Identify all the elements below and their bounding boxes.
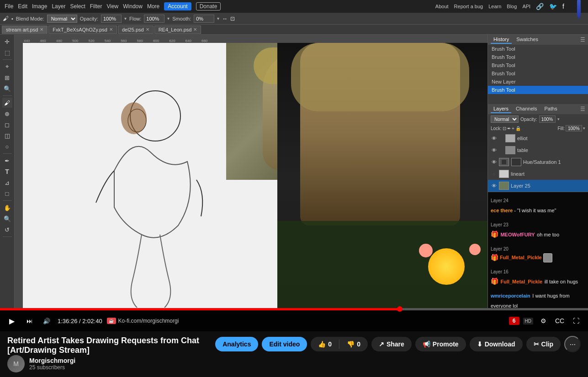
fullscreen-button[interactable]: ⛶ xyxy=(570,314,583,327)
lock-position-icon[interactable]: + xyxy=(512,126,514,131)
eyedropper-tool[interactable]: 🔍 xyxy=(2,84,12,94)
menu-more[interactable]: More xyxy=(147,3,159,10)
settings-button[interactable]: ⚙ xyxy=(537,314,550,327)
tab-re4leon[interactable]: RE4_Leon.psd ✕ xyxy=(154,26,201,34)
dodge-tool[interactable]: ○ xyxy=(2,141,12,152)
layer-item-table[interactable]: 👁 table xyxy=(488,144,588,156)
eraser-tool[interactable]: ◻ xyxy=(2,120,12,130)
fill-input[interactable] xyxy=(566,125,582,131)
blend-mode-select[interactable]: Normal xyxy=(47,15,77,23)
menu-select[interactable]: Select xyxy=(70,3,85,10)
more-button[interactable]: ⋯ xyxy=(564,336,581,352)
history-item-2[interactable]: Brush Tool xyxy=(488,53,588,61)
tab-close[interactable]: ✕ xyxy=(40,27,43,32)
progress-bar-thumb[interactable] xyxy=(397,306,403,312)
share-icon[interactable]: 🔗 xyxy=(536,3,544,10)
history-item-4[interactable]: Brush Tool xyxy=(488,69,588,78)
download-button[interactable]: ⬇ Download xyxy=(470,337,523,351)
tab-channels[interactable]: Channels xyxy=(513,105,540,113)
opacity-dropdown[interactable]: ▾ xyxy=(557,117,560,121)
play-button[interactable]: ▶ xyxy=(5,314,18,327)
hand-tool[interactable]: ✋ xyxy=(2,203,12,213)
clip-button[interactable]: ✂ Clip xyxy=(526,337,561,351)
rotate-tool[interactable]: ↺ xyxy=(2,225,12,235)
skip-button[interactable]: ⏭ xyxy=(23,314,36,327)
layer-item-hue-saturation[interactable]: 👁 Hue/Saturation 1 xyxy=(488,156,588,168)
menu-file[interactable]: File xyxy=(5,3,13,10)
tab-close[interactable]: ✕ xyxy=(193,27,197,32)
report-bug-link[interactable]: Report a bug xyxy=(454,4,483,9)
menu-filter[interactable]: Filter xyxy=(90,3,102,10)
analytics-button[interactable]: Analytics xyxy=(215,337,258,351)
share-button[interactable]: ↗ Share xyxy=(371,337,412,351)
tab-history[interactable]: History xyxy=(491,36,512,44)
shape-tool[interactable]: □ xyxy=(2,188,12,199)
layer-visibility-layer25[interactable]: 👁 xyxy=(491,183,497,189)
flow-toggle[interactable]: ▾ xyxy=(167,16,170,21)
pen-tool[interactable]: ✒ xyxy=(2,156,12,166)
facebook-icon[interactable]: f xyxy=(562,3,564,10)
channel-name[interactable]: Morgischmorgi xyxy=(29,357,75,364)
flow-input[interactable] xyxy=(144,15,164,23)
smooth-input[interactable] xyxy=(194,15,214,23)
gradient-tool[interactable]: ◫ xyxy=(2,131,12,141)
blog-link[interactable]: Blog xyxy=(507,4,517,9)
api-link[interactable]: API xyxy=(522,4,530,9)
fill-dropdown[interactable]: ▾ xyxy=(583,126,585,131)
lasso-tool[interactable]: ⌖ xyxy=(2,62,12,72)
menu-account[interactable]: Account xyxy=(164,2,191,10)
opacity-input[interactable] xyxy=(101,15,122,23)
tab-fxkt[interactable]: FxkT_BeXsAQhOZy.psd ✕ xyxy=(48,26,117,34)
subtitles-button[interactable]: CC xyxy=(553,314,566,327)
promote-button[interactable]: 📢 Promote xyxy=(415,337,466,351)
tab-stream-art[interactable]: stream art.psd ✕ xyxy=(2,26,48,34)
tab-layers[interactable]: Layers xyxy=(491,105,511,113)
lock-all-icon[interactable]: 🔒 xyxy=(515,126,521,131)
lock-transparent-icon[interactable]: ⊡ xyxy=(503,126,506,131)
learn-link[interactable]: Learn xyxy=(488,4,501,9)
selection-tool[interactable]: ⬚ xyxy=(2,47,12,58)
history-item-6[interactable]: Brush Tool xyxy=(488,86,588,94)
smooth-toggle[interactable]: ▾ xyxy=(217,16,219,21)
history-item-3[interactable]: Brush Tool xyxy=(488,61,588,69)
menu-edit[interactable]: Edit xyxy=(18,3,27,10)
edit-video-button[interactable]: Edit video xyxy=(262,337,307,351)
layer-item-layer25[interactable]: 👁 Layer 25 xyxy=(488,180,588,192)
volume-button[interactable]: 🔊 xyxy=(40,314,53,327)
layer-visibility-elliot[interactable]: 👁 xyxy=(491,135,497,141)
channel-avatar[interactable]: M xyxy=(7,355,25,372)
menu-image[interactable]: Image xyxy=(32,3,47,10)
layers-opacity-input[interactable] xyxy=(539,115,556,123)
tab-del25[interactable]: del25.psd ✕ xyxy=(118,26,154,34)
layer-visibility-lineart[interactable]: ○ xyxy=(491,171,497,177)
crop-tool[interactable]: ⊞ xyxy=(2,73,12,83)
layers-mode-select[interactable]: Normal xyxy=(491,115,519,123)
menu-view[interactable]: View xyxy=(106,3,118,10)
progress-bar[interactable] xyxy=(0,308,588,310)
menu-donate[interactable]: Donate xyxy=(196,2,221,10)
move-tool[interactable]: ✛ xyxy=(2,37,12,47)
pressure-icon[interactable]: ↔ xyxy=(222,16,228,22)
about-link[interactable]: About xyxy=(435,4,449,9)
opacity-toggle[interactable]: ▾ xyxy=(124,16,127,21)
twitter-icon[interactable]: 🐦 xyxy=(549,3,557,10)
tab-swatches[interactable]: Swatches xyxy=(514,36,541,44)
like-button[interactable]: 👍 0 xyxy=(311,337,339,351)
layer-item-lineart[interactable]: ○ lineart xyxy=(488,168,588,180)
menu-layer[interactable]: Layer xyxy=(52,3,65,10)
layers-panel-menu-icon[interactable]: ☰ xyxy=(580,106,585,112)
history-item-1[interactable]: Brush Tool xyxy=(488,45,588,53)
zoom-tool[interactable]: 🔍 xyxy=(2,214,12,224)
layer-item-elliot[interactable]: 👁 elliot xyxy=(488,132,588,144)
tab-close[interactable]: ✕ xyxy=(109,27,113,32)
brush-tool[interactable]: 🖌 xyxy=(2,98,12,108)
layer-visibility-hue[interactable]: 👁 xyxy=(491,159,497,165)
tab-close[interactable]: ✕ xyxy=(146,27,149,32)
path-tool[interactable]: ⊿ xyxy=(2,178,12,188)
history-item-5[interactable]: New Layer xyxy=(488,78,588,86)
pressure-icon2[interactable]: ⊡ xyxy=(230,16,235,22)
dislike-button[interactable]: 👎 0 xyxy=(339,337,368,351)
text-tool[interactable]: T xyxy=(2,167,12,177)
lock-image-icon[interactable]: ✒ xyxy=(507,126,511,131)
tab-paths[interactable]: Paths xyxy=(542,105,560,113)
